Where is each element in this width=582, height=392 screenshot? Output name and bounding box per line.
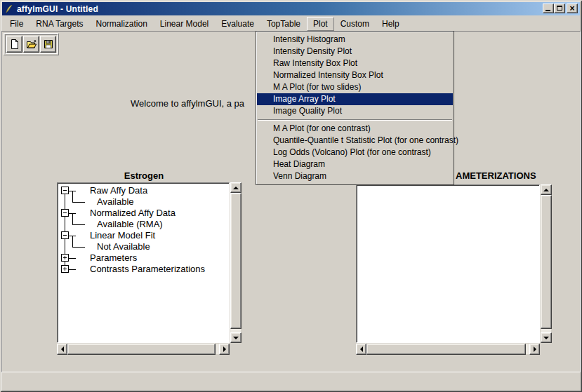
tree-item-raw-affy-status[interactable]: Available <box>60 196 229 208</box>
arrow-down-icon <box>543 337 549 339</box>
scroll-up-button[interactable] <box>541 184 552 195</box>
scrollbar-thumb[interactable] <box>230 193 242 329</box>
tree-line <box>72 196 73 202</box>
window-title: affylmGUI - Untitled <box>17 4 98 14</box>
menu-item-image-array-plot[interactable]: Image Array Plot <box>257 93 453 105</box>
tree-label: Parameters <box>90 252 137 263</box>
tree-line <box>72 213 73 219</box>
app-window: affylmGUI - Untitled × File RNA Targets … <box>0 0 582 392</box>
contrasts-listbox[interactable] <box>356 184 540 343</box>
tree-item-linear-model-status[interactable]: Not Available <box>60 241 229 252</box>
tree-line <box>69 269 76 270</box>
scroll-left-button[interactable] <box>356 344 366 355</box>
tree-line <box>72 247 85 248</box>
tree-line <box>65 241 65 252</box>
arrow-left-icon <box>360 346 363 352</box>
close-icon: × <box>567 4 577 13</box>
scroll-down-button[interactable] <box>230 332 242 343</box>
menu-linear-model[interactable]: Linear Model <box>154 17 215 31</box>
menu-toptable[interactable]: TopTable <box>260 17 307 31</box>
menu-item-ma-plot-two-slides[interactable]: M A Plot (for two slides) <box>257 81 453 93</box>
scrollbar-corner <box>230 343 241 354</box>
tree-line <box>72 191 73 196</box>
tree-line <box>72 241 73 247</box>
menu-item-venn-diagram[interactable]: Venn Diagram <box>257 170 453 182</box>
scrollbar-thumb[interactable] <box>366 344 526 355</box>
menu-normalization[interactable]: Normalization <box>90 17 154 31</box>
tree-item-normalized-affy-data[interactable]: Normalized Affy Data <box>60 208 229 219</box>
scroll-right-button[interactable] <box>219 344 230 355</box>
tree-line <box>72 202 85 203</box>
menu-item-heat-diagram[interactable]: Heat Diagram <box>257 158 453 170</box>
tree-label: Available <box>97 196 134 207</box>
close-button[interactable]: × <box>567 4 578 13</box>
plot-dropdown-menu: Intensity Histogram Intensity Density Pl… <box>256 31 454 185</box>
scroll-up-button[interactable] <box>230 182 242 193</box>
menu-item-image-quality-plot[interactable]: Image Quality Plot <box>257 105 453 117</box>
arrow-right-icon <box>534 346 536 352</box>
scroll-down-button[interactable] <box>541 332 552 343</box>
menu-plot[interactable]: Plot <box>307 17 334 31</box>
new-file-button[interactable] <box>6 36 22 53</box>
save-file-button[interactable] <box>40 36 56 53</box>
minimize-button[interactable] <box>543 4 554 13</box>
menu-file[interactable]: File <box>4 17 29 31</box>
menu-item-normalized-intensity-box-plot[interactable]: Normalized Intensity Box Plot <box>257 69 453 81</box>
minimize-icon <box>545 10 550 11</box>
status-bar <box>2 374 580 389</box>
menu-item-log-odds-volcano-plot[interactable]: Log Odds (Volcano) Plot (for one contras… <box>257 147 453 158</box>
left-horizontal-scrollbar[interactable] <box>57 344 230 354</box>
arrow-left-icon <box>61 346 64 352</box>
collapse-minus-icon[interactable] <box>61 209 69 217</box>
right-panel-title: AMETERIZATIONS <box>456 170 536 181</box>
welcome-text: Welcome to affylmGUI, a pa <box>131 98 244 109</box>
tree-item-normalized-affy-status[interactable]: Available (RMA) <box>60 219 229 230</box>
menu-rna-targets[interactable]: RNA Targets <box>29 17 89 31</box>
maximize-icon <box>557 6 562 11</box>
arrow-up-icon <box>233 187 239 189</box>
menu-evaluate[interactable]: Evaluate <box>215 17 260 31</box>
menu-item-ma-plot-one-contrast[interactable]: M A Plot (for one contrast) <box>257 123 453 135</box>
expand-plus-icon[interactable] <box>61 254 69 262</box>
menu-help[interactable]: Help <box>376 17 406 31</box>
scroll-left-button[interactable] <box>57 344 67 355</box>
tree-line <box>65 196 65 208</box>
tree-item-linear-model-fit[interactable]: Linear Model Fit <box>60 230 229 241</box>
right-panel <box>356 184 551 354</box>
tree-line <box>65 219 65 230</box>
right-vertical-scrollbar[interactable] <box>541 184 551 343</box>
menubar: File RNA Targets Normalization Linear Mo… <box>2 16 580 31</box>
save-floppy-icon <box>43 39 54 50</box>
menu-item-intensity-histogram[interactable]: Intensity Histogram <box>257 34 453 46</box>
menu-item-raw-intensity-box-plot[interactable]: Raw Intensity Box Plot <box>257 58 453 69</box>
collapse-minus-icon[interactable] <box>61 187 69 194</box>
window-controls: × <box>543 4 578 13</box>
tree-item-parameters[interactable]: Parameters <box>60 252 229 264</box>
menu-separator <box>258 119 452 121</box>
menu-item-qq-t-statistic-plot[interactable]: Quantile-Quantile t Statistic Plot (for … <box>257 135 453 147</box>
tree-label: Raw Affy Data <box>90 185 147 196</box>
scrollbar-thumb[interactable] <box>541 195 552 329</box>
scroll-right-button[interactable] <box>529 344 540 355</box>
left-vertical-scrollbar[interactable] <box>230 182 241 343</box>
arrow-down-icon <box>233 337 239 339</box>
maximize-button[interactable] <box>554 4 565 13</box>
scrollbar-corner <box>540 343 551 354</box>
collapse-minus-icon[interactable] <box>61 231 69 239</box>
right-horizontal-scrollbar[interactable] <box>356 344 540 354</box>
left-panel-title: Estrogen <box>57 170 231 181</box>
toolbar-frame <box>5 34 58 54</box>
open-file-button[interactable] <box>23 36 39 53</box>
tree-item-raw-affy-data[interactable]: Raw Affy Data <box>60 185 229 196</box>
tree-line <box>72 236 73 241</box>
titlebar[interactable]: affylmGUI - Untitled × <box>2 2 580 15</box>
expand-plus-icon[interactable] <box>61 265 69 273</box>
scrollbar-thumb[interactable] <box>67 344 216 355</box>
feather-app-icon <box>4 4 14 14</box>
arrow-up-icon <box>543 189 549 191</box>
status-tree-listbox[interactable]: Raw Affy Data Available Normalized Affy … <box>57 182 230 343</box>
tree-item-contrasts-parameterizations[interactable]: Contrasts Parameterizations <box>60 264 229 275</box>
menu-custom[interactable]: Custom <box>334 17 376 31</box>
menu-item-intensity-density-plot[interactable]: Intensity Density Plot <box>257 46 453 58</box>
tree-label: Contrasts Parameterizations <box>90 264 205 274</box>
